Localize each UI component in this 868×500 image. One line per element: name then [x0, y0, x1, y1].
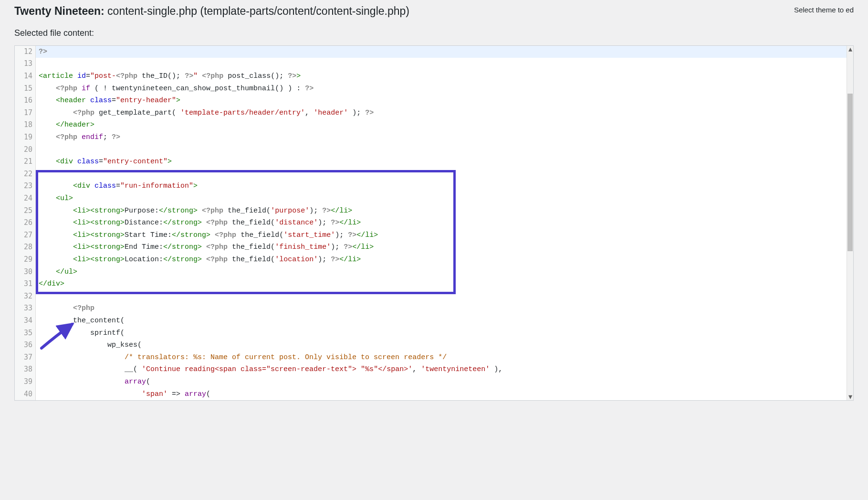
- code-line[interactable]: <?php if ( ! twentynineteen_can_show_pos…: [39, 83, 314, 95]
- line-number: 31: [24, 278, 32, 290]
- line-number: 33: [24, 302, 32, 315]
- code-line[interactable]: <ul>: [39, 192, 73, 205]
- code-line[interactable]: the_content(: [39, 315, 125, 327]
- line-number: 26: [24, 217, 32, 229]
- line-number: 35: [24, 327, 32, 340]
- line-number-gutter: 1213141516171819202122232425262728293031…: [15, 46, 36, 400]
- theme-select-label: Select theme to ed: [794, 0, 854, 14]
- line-number: 36: [24, 339, 32, 351]
- code-line[interactable]: <?php: [39, 302, 94, 315]
- code-line[interactable]: sprintf(: [39, 327, 125, 340]
- line-number: 16: [24, 95, 32, 107]
- line-number: 22: [24, 168, 32, 181]
- line-number: 19: [24, 131, 32, 144]
- title-theme: Twenty Nineteen:: [14, 5, 105, 17]
- scroll-down-arrow[interactable]: ▾: [847, 394, 854, 400]
- code-line[interactable]: __( 'Continue reading<span class="screen…: [39, 363, 502, 376]
- code-line[interactable]: <li><strong>Start Time:</strong> <?php t…: [39, 229, 378, 242]
- code-line[interactable]: <?php endif; ?>: [39, 131, 120, 144]
- line-number: 15: [24, 83, 32, 95]
- line-number: 29: [24, 254, 32, 266]
- line-number: 25: [24, 205, 32, 217]
- line-number: 37: [24, 351, 32, 364]
- code-line[interactable]: <li><strong>Purpose:</strong> <?php the_…: [39, 205, 352, 217]
- title-path: (template-parts/content/content-single.p…: [200, 5, 409, 17]
- code-line[interactable]: <article id="post-<?php the_ID(); ?>" <?…: [39, 70, 301, 83]
- code-content[interactable]: ?><article id="post-<?php the_ID(); ?>" …: [36, 46, 847, 400]
- title-filename: content-single.php: [105, 5, 200, 17]
- line-number: 40: [24, 388, 32, 401]
- page-header: Twenty Nineteen: content-single.php (tem…: [0, 0, 868, 28]
- vertical-scrollbar[interactable]: ▴ ▾: [847, 46, 853, 400]
- scroll-up-arrow[interactable]: ▴: [847, 46, 854, 53]
- code-line[interactable]: <?php get_template_part( 'template-parts…: [39, 107, 374, 119]
- line-number: 34: [24, 315, 32, 327]
- code-line[interactable]: <li><strong>Location:</strong> <?php the…: [39, 254, 361, 266]
- code-line[interactable]: <li><strong>End Time:</strong> <?php the…: [39, 241, 374, 254]
- code-line[interactable]: <header class="entry-header">: [39, 95, 180, 107]
- line-number: 39: [24, 376, 32, 388]
- line-number: 38: [24, 363, 32, 376]
- code-line[interactable]: </ul>: [39, 266, 77, 278]
- code-line[interactable]: wp_kses(: [39, 339, 142, 351]
- line-number: 20: [24, 144, 32, 156]
- code-line[interactable]: </div>: [39, 278, 64, 290]
- line-number: 13: [24, 58, 32, 70]
- line-number: 28: [24, 241, 32, 254]
- line-number: 14: [24, 70, 32, 83]
- line-number: 23: [24, 180, 32, 192]
- line-number: 24: [24, 192, 32, 205]
- line-number: 18: [24, 119, 32, 131]
- line-number: 30: [24, 266, 32, 278]
- scroll-thumb[interactable]: [847, 94, 853, 251]
- code-line[interactable]: 'span' => array(: [39, 388, 210, 400]
- code-line[interactable]: <div class="entry-content">: [39, 156, 172, 168]
- code-line[interactable]: ?>: [36, 46, 847, 58]
- code-line[interactable]: array(: [39, 376, 150, 388]
- code-line[interactable]: <li><strong>Distance:</strong> <?php the…: [39, 217, 361, 229]
- code-line[interactable]: <div class="run-information">: [39, 180, 198, 192]
- line-number: 12: [24, 46, 32, 58]
- selected-file-label: Selected file content:: [0, 28, 868, 45]
- code-editor[interactable]: 1213141516171819202122232425262728293031…: [14, 45, 854, 401]
- code-line[interactable]: </header>: [39, 119, 94, 131]
- code-line[interactable]: /* translators: %s: Name of current post…: [39, 351, 447, 364]
- line-number: 21: [24, 156, 32, 168]
- line-number: 17: [24, 107, 32, 119]
- page-title: Twenty Nineteen: content-single.php (tem…: [14, 0, 409, 28]
- line-number: 32: [24, 290, 32, 303]
- line-number: 27: [24, 229, 32, 242]
